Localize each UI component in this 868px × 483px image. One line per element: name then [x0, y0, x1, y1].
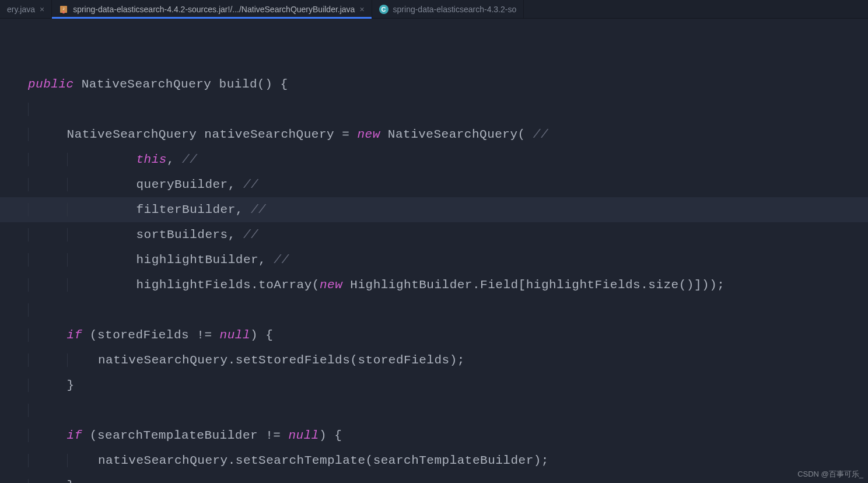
comment: // [251, 203, 266, 216]
java-file-icon: J [59, 5, 68, 14]
comment: // [243, 178, 258, 191]
indent-guide [28, 354, 36, 367]
keyword-this: this [136, 153, 166, 166]
indent-guide [28, 178, 36, 191]
code-text: nativeSearchQuery.setStoredFields(stored… [98, 354, 465, 367]
indent-guide [28, 278, 36, 292]
tab-file-2[interactable]: J spring-data-elasticsearch-4.4.2-source… [52, 0, 372, 18]
code-editor[interactable]: public NativeSearchQuery build() { Nativ… [0, 19, 868, 483]
comment: // [243, 228, 258, 242]
close-icon[interactable]: × [359, 5, 364, 14]
code-text: NativeSearchQuery nativeSearchQuery = [67, 128, 358, 141]
indent-guide [67, 178, 75, 191]
comment: // [533, 128, 548, 141]
svg-text:J: J [63, 7, 65, 10]
indent-guide [28, 328, 36, 342]
close-icon[interactable]: × [40, 5, 44, 14]
code-text: NativeSearchQuery( [380, 128, 533, 141]
indent-guide [28, 479, 36, 483]
indent-guide [28, 228, 36, 242]
code-text: (storedFields != [82, 328, 220, 342]
indent-guide [28, 429, 36, 442]
code-text: build [219, 78, 258, 91]
indent-guide [67, 278, 75, 292]
indent-guide [28, 303, 36, 317]
code-text: (searchTemplateBuilder != [82, 429, 289, 442]
tab-label: spring-data-elasticsearch-4.3.2-so [393, 5, 517, 14]
keyword-null: null [289, 429, 319, 442]
indent-guide [67, 253, 75, 267]
indent-guide [28, 203, 36, 216]
keyword-new: new [357, 128, 380, 141]
tab-label: ery.java [7, 5, 35, 14]
code-text: ) { [319, 429, 342, 442]
class-file-icon: C [379, 5, 388, 14]
comment: // [274, 253, 289, 267]
code-text: ) { [250, 328, 273, 342]
indent-guide [67, 354, 75, 367]
indent-guide [28, 379, 36, 392]
code-text: NativeSearchQuery [74, 78, 219, 91]
code-text: } [67, 479, 75, 483]
indent-guide [28, 103, 36, 116]
indent-guide [67, 228, 75, 242]
indent-guide [28, 404, 36, 417]
indent-guide [67, 203, 75, 216]
code-text: filterBuilder, [136, 203, 251, 216]
tab-file-1[interactable]: ery.java × [0, 0, 52, 18]
indent-guide [28, 128, 36, 141]
comment: // [182, 153, 197, 166]
code-text: nativeSearchQuery.setSearchTemplate(sear… [98, 454, 549, 467]
watermark: CSDN @百事可乐_ [797, 469, 863, 480]
keyword-public: public [28, 78, 74, 91]
code-text: queryBuilder, [136, 178, 243, 191]
indent-guide [28, 454, 36, 467]
keyword-new: new [320, 278, 342, 292]
indent-guide [67, 454, 75, 467]
keyword-if: if [67, 429, 82, 442]
code-text: highlightFields.toArray( [136, 278, 319, 292]
indent-guide [67, 153, 75, 166]
code-text: () { [257, 78, 288, 91]
indent-guide [28, 253, 36, 267]
tab-label: spring-data-elasticsearch-4.4.2-sources.… [73, 5, 355, 14]
svg-point-1 [62, 10, 65, 13]
code-text: HighlightBuilder.Field[highlightFields.s… [342, 278, 724, 292]
code-text: } [67, 379, 75, 392]
code-text: sortBuilders, [136, 228, 243, 242]
highlighted-line: filterBuilder, // [0, 197, 868, 222]
tab-file-3[interactable]: C spring-data-elasticsearch-4.3.2-so [372, 0, 524, 18]
keyword-if: if [67, 328, 82, 342]
keyword-null: null [220, 328, 250, 342]
code-text: highlightBuilder, [136, 253, 274, 267]
editor-tabs: ery.java × J spring-data-elasticsearch-4… [0, 0, 868, 19]
code-text: , [167, 153, 182, 166]
indent-guide [28, 153, 36, 166]
